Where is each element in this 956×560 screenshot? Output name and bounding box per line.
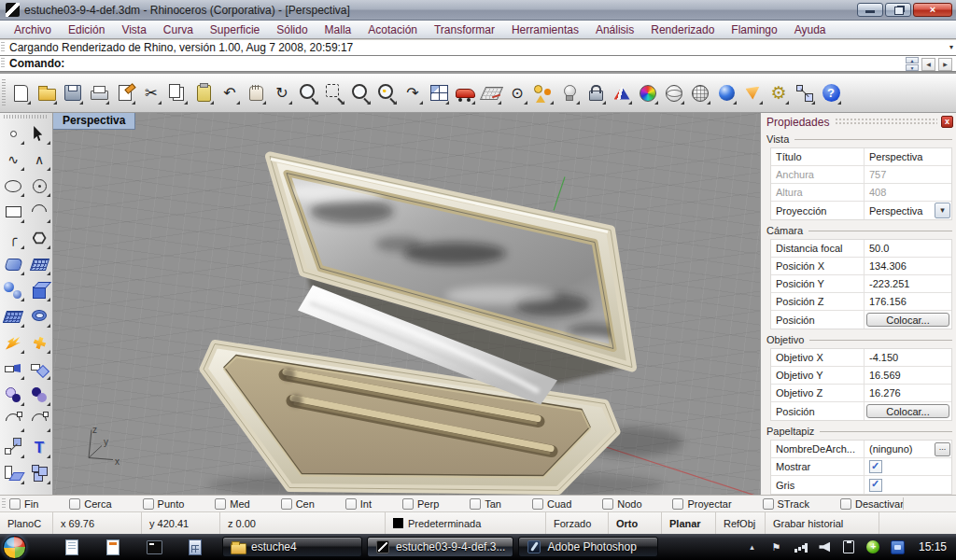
sidebar-extend-curve[interactable]: [0, 408, 26, 434]
panel-drag-grip[interactable]: [835, 118, 937, 126]
menu-acotacion[interactable]: Acotación: [359, 21, 426, 38]
command-prompt-line[interactable]: Comando: ▲▼ ◀ ▶: [0, 56, 956, 72]
osnap-checkbox[interactable]: [763, 498, 774, 510]
sidebar-control-point-curve[interactable]: ∿: [0, 147, 26, 173]
property-value[interactable]: 408 ✓: [865, 184, 951, 201]
menu-curva[interactable]: Curva: [155, 21, 202, 38]
notepad-icon[interactable]: [63, 539, 80, 555]
toolbar-object-properties[interactable]: [530, 79, 556, 107]
toolbar-print[interactable]: [86, 79, 112, 107]
spin-up-icon[interactable]: ▲: [906, 57, 919, 63]
osnap-int[interactable]: Int: [345, 498, 372, 510]
scroll-right-icon[interactable]: ▶: [938, 58, 952, 71]
window-estuche4[interactable]: estuche4: [222, 537, 362, 557]
toolbar-save-file[interactable]: [60, 79, 86, 107]
toolbar-lock[interactable]: [583, 79, 609, 107]
property-value[interactable]: 757 ✓: [865, 166, 951, 183]
osnap-checkbox[interactable]: [470, 498, 481, 510]
property-value[interactable]: Perspectiva ✓: [865, 202, 951, 219]
sidebar-move-copy[interactable]: [0, 460, 26, 486]
command-spinner[interactable]: ▲▼: [906, 57, 919, 71]
property-value[interactable]: 16.276 ✓: [865, 385, 951, 401]
toolbar-lights[interactable]: [556, 79, 583, 107]
toolbar-export[interactable]: [112, 79, 138, 107]
osnap-fin[interactable]: Fin: [9, 498, 38, 510]
sidebar-rectangle[interactable]: [0, 199, 26, 225]
menu-malla[interactable]: Malla: [316, 21, 360, 38]
clipboard-tray-icon[interactable]: [842, 540, 856, 554]
window-photoshop[interactable]: Adobe Photoshop: [518, 537, 658, 557]
calculator-icon[interactable]: [187, 539, 204, 555]
toolbar-zoom-dynamic[interactable]: [295, 79, 321, 107]
toolbar-wireframe-sphere[interactable]: [661, 79, 687, 107]
status-z-coordinate[interactable]: z 0.00: [220, 512, 386, 534]
menu-superficie[interactable]: Superficie: [202, 21, 268, 38]
toolbar-pan[interactable]: [243, 79, 269, 107]
sidebar-boolean-intersection[interactable]: [26, 382, 52, 408]
menu-ayuda[interactable]: Ayuda: [786, 21, 835, 38]
viewport-title-tab[interactable]: Perspectiva: [53, 113, 135, 130]
property-value[interactable]: Colocar... ✓: [865, 311, 951, 329]
osnap-desactivar[interactable]: Desactivar: [840, 498, 904, 510]
toolbar-undo-view-change[interactable]: ↷: [400, 79, 426, 107]
sidebar-scale[interactable]: [0, 434, 26, 460]
osnap-punto[interactable]: Punto: [143, 498, 185, 510]
sidebar-ellipse[interactable]: [0, 173, 26, 199]
sidebar-polygon[interactable]: [26, 225, 52, 251]
osnap-checkbox[interactable]: [9, 498, 21, 510]
osnap-cuad[interactable]: Cuad: [532, 498, 571, 510]
toolbar-viewport-layout[interactable]: [426, 79, 452, 107]
toolbar-copy[interactable]: [164, 79, 190, 107]
status-snap-toggle[interactable]: Forzado: [546, 512, 609, 534]
sidebar-surface-network[interactable]: [26, 251, 52, 277]
taskbar-clock[interactable]: 15:15: [919, 540, 947, 553]
property-value[interactable]: 134.306 ✓: [865, 258, 951, 274]
toolbar-zoom-window[interactable]: [321, 79, 347, 107]
spin-down-icon[interactable]: ▼: [906, 64, 919, 71]
sidebar-fillet-curve[interactable]: [26, 408, 52, 434]
toolbar-dimension[interactable]: [792, 79, 818, 107]
blue-app-icon[interactable]: [891, 540, 905, 554]
toolbar-cut[interactable]: ✂: [138, 79, 164, 107]
status-cplane-pane[interactable]: PlanoC: [0, 512, 53, 534]
property-value[interactable]: Perspectiva ✓: [865, 148, 951, 165]
osnap-proyectar[interactable]: Proyectar: [672, 498, 731, 510]
toolbar-render-preview[interactable]: [739, 79, 766, 107]
osnap-checkbox[interactable]: [69, 498, 80, 510]
menu-transformar[interactable]: Transformar: [426, 21, 503, 38]
drag-grip[interactable]: [1, 58, 5, 69]
toolbar-open-file[interactable]: [34, 79, 60, 107]
osnap-checkbox[interactable]: [345, 498, 357, 510]
sidebar-boolean-difference[interactable]: [0, 382, 26, 408]
sidebar-sphere[interactable]: [0, 277, 26, 303]
toolbar-color-wheel[interactable]: [635, 79, 661, 107]
sidebar-polyline[interactable]: ∧: [26, 147, 52, 173]
toolbar-curvature-analysis[interactable]: [687, 79, 713, 107]
status-ortho-toggle[interactable]: Orto: [609, 512, 662, 534]
toolbar-cplane[interactable]: [478, 79, 504, 107]
restore-button[interactable]: [885, 3, 911, 17]
sidebar-box[interactable]: [26, 277, 52, 303]
status-x-coordinate[interactable]: x 69.76: [53, 512, 142, 534]
osnap-checkbox[interactable]: [532, 498, 543, 510]
toolbar-zoom-extents[interactable]: [347, 79, 373, 107]
sidebar-explode[interactable]: [0, 329, 26, 356]
menu-herramientas[interactable]: Herramientas: [503, 21, 587, 38]
property-value[interactable]: ✓: [865, 458, 951, 475]
panel-close-icon[interactable]: x: [941, 116, 953, 128]
osnap-checkbox[interactable]: [281, 498, 292, 510]
perspective-viewport[interactable]: Perspectiva: [53, 113, 760, 495]
history-dropdown-icon[interactable]: ▾: [949, 43, 953, 51]
window-rhino[interactable]: estuche03-9-4-def.3...: [367, 537, 513, 557]
osnap-cen[interactable]: Cen: [281, 498, 315, 510]
osnap-tan[interactable]: Tan: [470, 498, 501, 510]
sidebar-tube[interactable]: [26, 303, 52, 329]
osnap-cerca[interactable]: Cerca: [69, 498, 111, 510]
toolbar-zoom-selected[interactable]: [373, 79, 400, 107]
menu-analisis[interactable]: Análisis: [587, 21, 642, 38]
property-value[interactable]: 16.569 ✓: [865, 367, 951, 384]
status-record-history-toggle[interactable]: Grabar historial: [766, 512, 879, 534]
document-icon[interactable]: [105, 539, 121, 555]
sidebar-group[interactable]: [26, 460, 52, 486]
sidebar-trim[interactable]: [0, 356, 26, 382]
